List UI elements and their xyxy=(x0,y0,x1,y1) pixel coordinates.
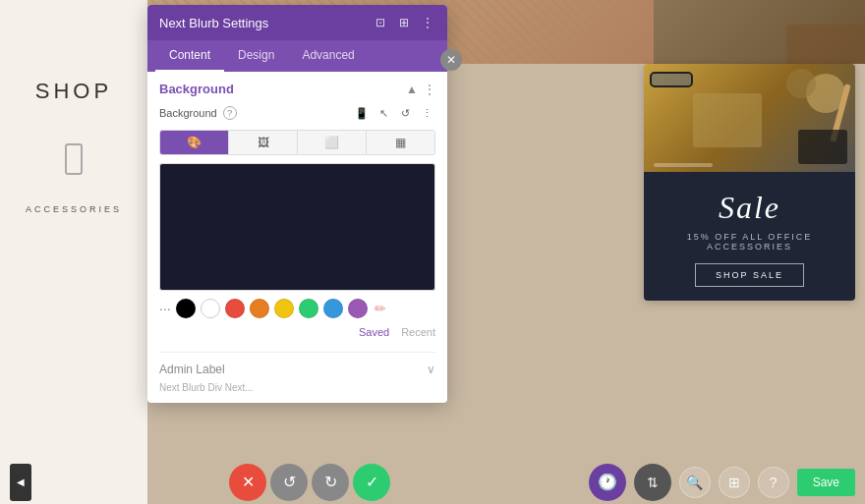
tab-content[interactable]: Content xyxy=(155,40,224,72)
sale-title: Sale xyxy=(656,190,843,226)
tab-advanced[interactable]: Advanced xyxy=(288,40,368,72)
next-blurb-hint: Next Blurb Div Next... xyxy=(159,382,435,393)
bg-row-icons: 📱 ↖ ↺ ⋮ xyxy=(353,104,435,122)
swatch-red[interactable] xyxy=(225,299,245,318)
right-sale-panel: Sale 15% OFF ALL OFFICE ACCESSORIES SHOP… xyxy=(644,64,855,301)
swatch-purple[interactable] xyxy=(348,299,368,318)
type-tab-image[interactable]: 🖼 xyxy=(229,131,298,154)
confirm-button[interactable]: ✓ xyxy=(353,464,390,501)
panel-title: Next Blurb Settings xyxy=(159,16,268,30)
edit-color-icon[interactable]: ✏ xyxy=(375,301,386,316)
top-image-right xyxy=(654,0,865,64)
recent-tab[interactable]: Recent xyxy=(401,326,435,338)
sale-subtitle: 15% OFF ALL OFFICE ACCESSORIES xyxy=(656,232,843,252)
reset-icon[interactable]: ↺ xyxy=(396,104,414,122)
admin-label-text: Admin Label xyxy=(159,363,225,376)
sale-panel-image xyxy=(644,64,855,172)
swatch-orange[interactable] xyxy=(250,299,269,318)
undo-button[interactable]: ↺ xyxy=(270,464,308,501)
swatch-white[interactable] xyxy=(201,299,220,318)
redo-button[interactable]: ↻ xyxy=(312,464,349,501)
save-button[interactable]: Save xyxy=(797,469,855,496)
close-button[interactable]: ✕ xyxy=(440,49,462,71)
notebook-icon xyxy=(693,93,762,147)
swatch-black[interactable] xyxy=(176,299,196,318)
chevron-up-icon[interactable]: ▲ xyxy=(406,83,418,96)
help-icon[interactable]: ? xyxy=(223,106,237,120)
admin-section: Admin Label ∨ Next Blurb Div Next... xyxy=(159,352,435,393)
section-controls: ▲ ⋮ xyxy=(406,83,435,96)
cursor-icon[interactable]: ↖ xyxy=(375,104,392,122)
history-button[interactable]: 🕐 xyxy=(589,464,626,501)
sort-button[interactable]: ⇅ xyxy=(634,464,671,501)
shop-title: SHOP xyxy=(35,79,112,104)
more2-icon[interactable]: ⋮ xyxy=(418,104,435,122)
toolbar-left: ◀ xyxy=(10,464,31,501)
section-header: Background ▲ ⋮ xyxy=(159,82,435,96)
glasses-icon xyxy=(650,72,693,87)
sidebar-toggle-button[interactable]: ◀ xyxy=(10,464,31,501)
type-tab-color[interactable]: 🎨 xyxy=(160,131,229,154)
saved-tab[interactable]: Saved xyxy=(359,326,389,338)
panel-header: Next Blurb Settings ⊡ ⊞ ⋮ xyxy=(147,5,447,40)
cup-icon xyxy=(786,69,816,98)
tab-design[interactable]: Design xyxy=(224,40,288,72)
panel-header-icons: ⊡ ⊞ ⋮ xyxy=(373,15,435,30)
more-swatches-icon[interactable]: ··· xyxy=(159,301,171,316)
more-icon[interactable]: ⋮ xyxy=(420,15,435,30)
cancel-button[interactable]: ✕ xyxy=(229,464,266,501)
color-preview[interactable] xyxy=(159,163,435,291)
admin-chevron-icon: ∨ xyxy=(427,363,435,376)
sale-content: Sale 15% OFF ALL OFFICE ACCESSORIES SHOP… xyxy=(644,172,855,301)
admin-label-row[interactable]: Admin Label ∨ xyxy=(159,363,435,376)
search-button[interactable]: 🔍 xyxy=(679,467,711,498)
bottom-toolbar: ◀ ✕ ↺ ↻ ✓ 🕐 ⇅ 🔍 ⊞ ? Save xyxy=(0,460,865,504)
settings-panel: Next Blurb Settings ⊡ ⊞ ⋮ Content Design… xyxy=(147,5,447,403)
shop-sale-button[interactable]: SHOP SALE xyxy=(695,263,804,287)
expand-icon[interactable]: ⊡ xyxy=(373,15,388,30)
columns-icon[interactable]: ⊞ xyxy=(396,15,412,30)
accessories-label: ACCESSORIES xyxy=(26,204,122,214)
phone-device-icon xyxy=(798,130,847,164)
device-icon[interactable]: 📱 xyxy=(353,104,371,122)
type-tabs: 🎨 🖼 ⬜ ▦ xyxy=(159,130,435,155)
panel-body: Background ▲ ⋮ Background ? 📱 ↖ ↺ ⋮ 🎨 🖼 … xyxy=(147,72,447,403)
bg-label: Background xyxy=(159,107,217,119)
background-row: Background ? 📱 ↖ ↺ ⋮ xyxy=(159,104,435,122)
saved-recent-tabs: Saved Recent xyxy=(159,326,435,338)
more-options-icon[interactable]: ⋮ xyxy=(424,83,435,96)
help-button[interactable]: ? xyxy=(758,467,789,498)
type-tab-pattern[interactable]: ▦ xyxy=(367,131,434,154)
section-title: Background xyxy=(159,82,234,96)
swatch-yellow[interactable] xyxy=(274,299,294,318)
toolbar-center: ✕ ↺ ↻ ✓ xyxy=(229,464,390,501)
color-swatches: ··· ✏ xyxy=(159,299,435,318)
grid-button[interactable]: ⊞ xyxy=(719,467,750,498)
type-tab-gradient[interactable]: ⬜ xyxy=(298,131,367,154)
panel-tabs: Content Design Advanced xyxy=(147,40,447,72)
swatch-blue[interactable] xyxy=(323,299,343,318)
phone-icon xyxy=(65,143,83,175)
shop-sidebar: SHOP ACCESSORIES xyxy=(0,0,147,504)
toolbar-right: 🕐 ⇅ 🔍 ⊞ ? Save xyxy=(589,464,855,501)
swatch-green[interactable] xyxy=(299,299,318,318)
